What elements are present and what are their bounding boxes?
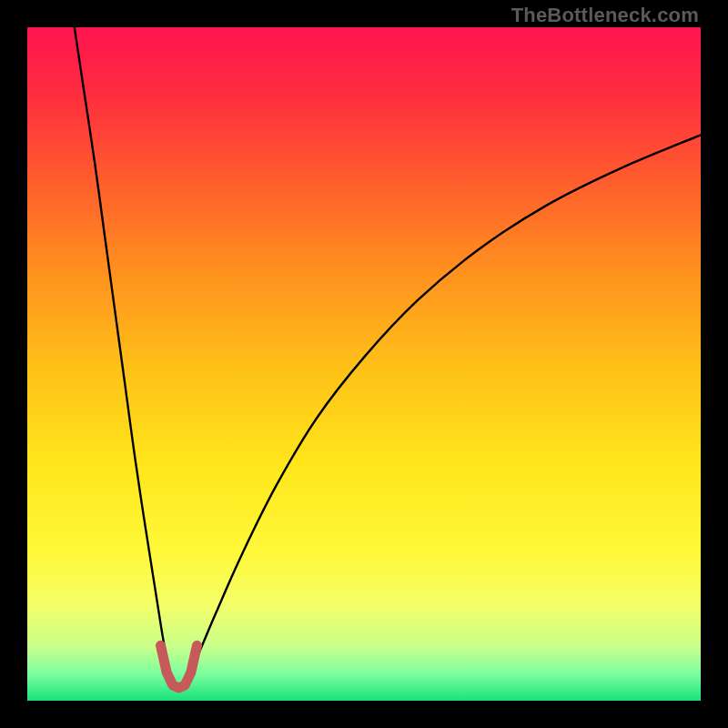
gradient-background <box>27 27 701 701</box>
chart-frame <box>27 27 701 701</box>
bottleneck-curve-chart <box>27 27 701 701</box>
watermark-text: TheBottleneck.com <box>511 4 699 27</box>
